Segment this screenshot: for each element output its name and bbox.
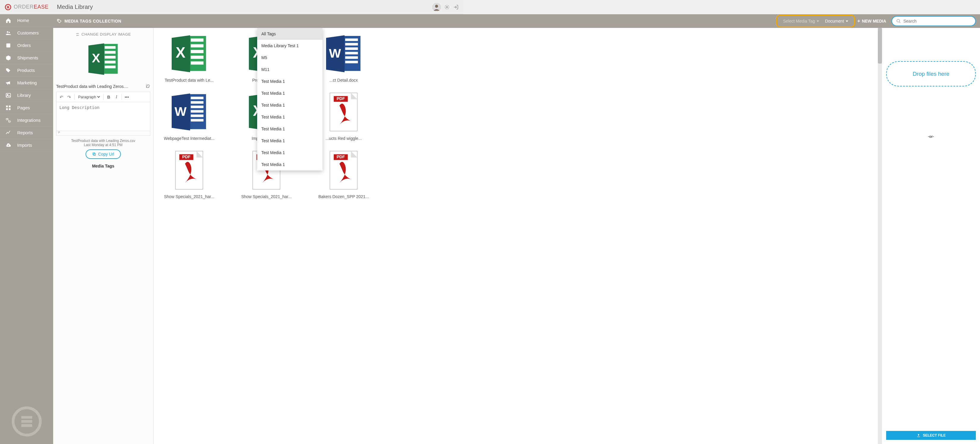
sidebar-item-marketing[interactable]: Marketing [0, 76, 53, 89]
editor-status-bar: P [56, 131, 150, 136]
edit-icon[interactable] [145, 84, 150, 89]
sidebar-item-home[interactable]: Home [0, 14, 53, 27]
undo-button[interactable]: ↶ [59, 95, 64, 100]
home-icon [5, 18, 11, 24]
more-options-button[interactable]: ••• [124, 95, 129, 100]
word-file-icon [321, 32, 366, 76]
tag-menu-item[interactable]: Test Media 1 [257, 147, 323, 159]
sidebar-item-integrations[interactable]: Integrations [0, 114, 53, 127]
change-display-image-button[interactable]: CHANGE DISPLAY IMAGE [75, 32, 130, 37]
file-tile[interactable]: WebpageTest Intermediat... [159, 90, 219, 141]
pdf-file-icon [167, 148, 212, 193]
media-tags-heading: Media Tags [92, 164, 115, 169]
header-right [433, 3, 458, 11]
rich-text-toolbar: ↶ ↷ Paragraph B I ••• [56, 92, 150, 102]
svg-point-29 [9, 32, 10, 33]
app-logo[interactable]: ORDEREASE [5, 4, 49, 10]
svg-rect-23 [7, 7, 9, 8]
file-tile[interactable]: ...ct Detail.docx [314, 32, 373, 83]
sidebar: Home Customers Orders Shipments Products… [0, 14, 53, 210]
italic-button[interactable]: I [114, 95, 119, 100]
page-title: Media Library [57, 3, 93, 10]
gear-icon[interactable] [444, 5, 450, 10]
file-tile[interactable]: Show Specials_2021_har... [159, 148, 219, 199]
tag-menu-item[interactable]: M11 [257, 64, 323, 75]
swap-icon [75, 32, 80, 37]
svg-rect-44 [94, 154, 95, 156]
file-tile[interactable]: TestProduct data with Le... [159, 32, 219, 83]
media-tag-dropdown-menu: All TagsMedia Library Test 1M5M11Test Me… [257, 28, 323, 170]
svg-rect-30 [6, 43, 10, 47]
sidebar-item-label: Shipments [17, 55, 38, 60]
svg-rect-22 [7, 6, 9, 6]
tag-menu-item[interactable]: Test Media 1 [257, 75, 323, 87]
grid-icon [5, 105, 11, 111]
svg-point-26 [435, 5, 438, 8]
tag-bar-icon [57, 18, 62, 24]
sidebar-item-label: Imports [17, 143, 32, 148]
copy-url-button[interactable]: Copy Url [86, 150, 121, 159]
svg-point-28 [7, 31, 8, 33]
detail-timestamp: Last Monday at 4:51 PM [84, 143, 123, 147]
sidebar-item-pages[interactable]: Pages [0, 102, 53, 114]
sidebar-item-reports[interactable]: Reports [0, 127, 53, 139]
orders-icon [5, 43, 11, 48]
tag-menu-item[interactable]: Test Media 1 [257, 87, 323, 99]
top-header: ORDEREASE Media Library [0, 0, 463, 14]
sidebar-item-library[interactable]: Library [0, 89, 53, 102]
detail-full-filename: TestProduct data with Leading Zeros.csv [71, 139, 135, 143]
svg-rect-45 [93, 153, 95, 155]
file-label: TestProduct data with Le... [165, 78, 214, 83]
bold-button[interactable]: B [106, 95, 111, 100]
tags-bar: MEDIA TAGS COLLECTION Select Media Tag D… [53, 14, 463, 28]
copy-icon [92, 152, 96, 156]
file-label: Show Specials_2021_har... [241, 194, 292, 199]
svg-rect-31 [6, 93, 11, 97]
sidebar-item-label: Customers [17, 30, 39, 35]
sidebar-item-products[interactable]: Products [0, 64, 53, 76]
tag-menu-item[interactable]: Test Media 1 [257, 123, 323, 135]
file-label: Bakers Dozen_SPP 2021... [318, 194, 369, 199]
sidebar-item-label: Products [17, 68, 35, 73]
paragraph-style-select[interactable]: Paragraph [77, 94, 101, 100]
tag-icon [5, 67, 11, 73]
avatar[interactable] [433, 3, 441, 11]
pdf-file-icon [321, 148, 366, 193]
file-grid-area: TestProduct data with Le...Product Spec.… [154, 28, 463, 210]
logout-icon[interactable] [453, 5, 458, 10]
sidebar-item-shipments[interactable]: Shipments [0, 52, 53, 64]
users-icon [5, 30, 11, 36]
redo-button[interactable]: ↷ [67, 95, 72, 100]
tag-menu-item[interactable]: Test Media 1 [257, 159, 323, 170]
sidebar-item-label: Reports [17, 130, 33, 135]
svg-rect-34 [9, 105, 11, 107]
cloud-upload-icon [5, 142, 11, 148]
tag-menu-item[interactable]: Test Media 1 [257, 111, 323, 123]
svg-rect-33 [6, 105, 8, 107]
long-description-input[interactable] [56, 102, 150, 131]
box-icon [5, 55, 11, 61]
tag-menu-item[interactable]: All Tags [257, 28, 323, 40]
file-label: ...ucts Red wiggle... [326, 136, 362, 141]
tag-menu-item[interactable]: M5 [257, 52, 323, 64]
word-file-icon [167, 90, 212, 134]
chart-icon [5, 130, 11, 136]
sidebar-item-customers[interactable]: Customers [0, 27, 53, 39]
megaphone-icon [5, 80, 11, 86]
excel-file-icon [167, 32, 212, 76]
svg-rect-36 [9, 108, 11, 110]
svg-point-41 [58, 20, 59, 21]
file-label: WebpageTest Intermediat... [164, 136, 215, 141]
logo-icon [5, 4, 11, 10]
tags-bar-title: MEDIA TAGS COLLECTION [64, 19, 121, 24]
detail-panel: CHANGE DISPLAY IMAGE TestProduct data wi… [53, 28, 154, 210]
sidebar-item-imports[interactable]: Imports [0, 139, 53, 151]
tag-menu-item[interactable]: Test Media 1 [257, 99, 323, 111]
file-label: Show Specials_2021_har... [164, 194, 215, 199]
file-tile[interactable]: Bakers Dozen_SPP 2021... [314, 148, 373, 199]
file-tile[interactable]: ...ucts Red wiggle... [314, 90, 373, 141]
tag-menu-item[interactable]: Test Media 1 [257, 135, 323, 147]
sidebar-item-label: Home [17, 18, 29, 23]
tag-menu-item[interactable]: Media Library Test 1 [257, 40, 323, 52]
sidebar-item-orders[interactable]: Orders [0, 39, 53, 52]
